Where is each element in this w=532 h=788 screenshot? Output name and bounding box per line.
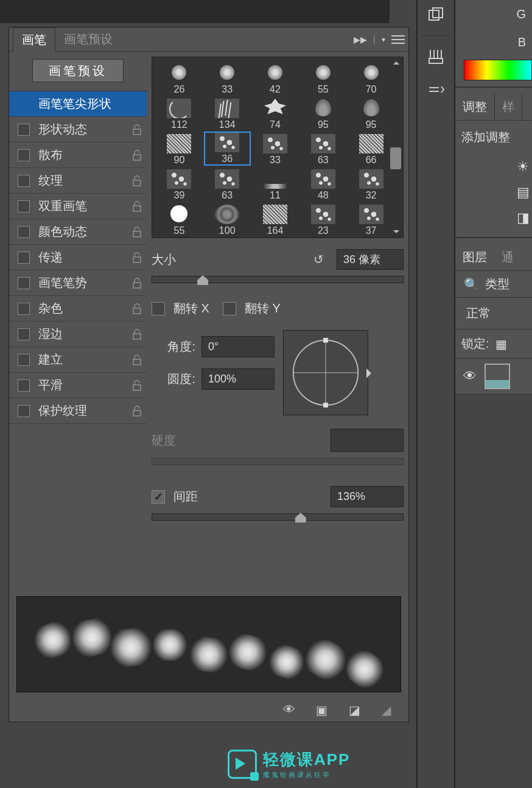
option-checkbox[interactable]	[18, 124, 30, 136]
tab-layers[interactable]: 图层	[455, 244, 494, 270]
scroll-down-icon[interactable]	[391, 228, 402, 235]
brush-cell[interactable]: 90	[156, 132, 203, 166]
option-checkbox[interactable]	[18, 303, 30, 315]
option-checkbox[interactable]	[18, 226, 30, 238]
dock-brushes-icon[interactable]	[418, 42, 454, 71]
spacing-slider[interactable]	[152, 513, 404, 521]
tab-styles[interactable]: 样	[495, 94, 522, 120]
brush-cell[interactable]: 74	[252, 96, 299, 130]
scroll-up-icon[interactable]	[391, 60, 402, 67]
size-slider-handle[interactable]	[197, 275, 208, 285]
brush-cell[interactable]: 42	[252, 61, 299, 95]
option-row[interactable]: 保护纹理	[9, 398, 147, 424]
color-g-row[interactable]: G	[455, 0, 532, 28]
toggle-preview-icon[interactable]: 👁	[283, 703, 299, 716]
playback-icon[interactable]: ▶▶	[354, 35, 367, 44]
option-checkbox[interactable]	[18, 252, 30, 264]
spacing-input[interactable]: 136%	[331, 486, 404, 507]
option-checkbox[interactable]	[18, 354, 30, 366]
flip-y-checkbox[interactable]	[223, 302, 236, 315]
lock-icon[interactable]	[132, 124, 142, 135]
tab-brush[interactable]: 画笔	[13, 27, 55, 52]
spacing-checkbox[interactable]	[152, 490, 165, 504]
option-checkbox[interactable]	[18, 277, 30, 289]
option-checkbox[interactable]	[18, 175, 30, 187]
adjustment-icon[interactable]: ◨	[514, 209, 532, 227]
lock-icon[interactable]	[132, 303, 142, 314]
tab-adjustments[interactable]: 调整	[455, 94, 495, 120]
resize-grip-icon[interactable]: ◢	[382, 703, 397, 716]
size-slider[interactable]	[152, 276, 404, 283]
dropdown-icon[interactable]: ▾	[382, 35, 385, 44]
color-b-row[interactable]: B	[455, 28, 532, 56]
brush-cell[interactable]: 55	[156, 202, 203, 236]
option-checkbox[interactable]	[18, 379, 30, 392]
lock-icon[interactable]	[132, 380, 142, 391]
brush-presets-button[interactable]: 画笔预设	[32, 59, 124, 82]
lock-icon[interactable]	[132, 354, 142, 365]
lock-icon[interactable]	[132, 252, 142, 263]
roundness-input[interactable]: 100%	[201, 368, 275, 390]
brush-cell[interactable]: 95	[299, 96, 346, 130]
lock-pixels-icon[interactable]: ▦	[495, 337, 507, 351]
option-row[interactable]: 纹理	[9, 168, 147, 194]
angle-dial[interactable]	[283, 330, 368, 415]
option-row[interactable]: 传递	[9, 245, 147, 270]
brush-cell[interactable]: 63	[299, 132, 346, 166]
brush-cell[interactable]: 55	[299, 61, 346, 95]
brush-cell[interactable]: 63	[204, 167, 251, 201]
brush-cell[interactable]: 39	[156, 167, 203, 201]
dock-3d-icon[interactable]	[418, 0, 454, 29]
lock-icon[interactable]	[132, 150, 142, 161]
option-row[interactable]: 散布	[9, 142, 147, 168]
brush-cell[interactable]: 95	[348, 96, 394, 130]
panel-menu-icon[interactable]	[391, 35, 405, 44]
option-checkbox[interactable]	[18, 405, 30, 417]
brush-cell[interactable]: 70	[348, 61, 394, 95]
brush-cell[interactable]: 164	[252, 202, 299, 236]
brush-cell[interactable]: 100	[204, 202, 251, 236]
option-checkbox[interactable]	[18, 328, 30, 340]
posterize-icon[interactable]: ▤	[514, 183, 532, 202]
option-checkbox[interactable]	[18, 200, 30, 213]
brush-cell[interactable]: 37	[348, 202, 394, 236]
option-row[interactable]: 平滑	[9, 373, 147, 398]
brightness-icon[interactable]: ☀	[514, 158, 532, 176]
layer-row[interactable]: 👁	[455, 358, 532, 395]
option-row[interactable]: 双重画笔	[9, 194, 147, 219]
layer-filter-row[interactable]: 🔍 类型	[455, 271, 532, 298]
brush-cell[interactable]: 134	[204, 96, 251, 130]
tab-brush-presets[interactable]: 画笔预设	[55, 27, 121, 51]
lock-icon[interactable]	[132, 278, 142, 289]
flip-x-checkbox[interactable]	[152, 302, 165, 315]
option-row[interactable]: 建立	[9, 347, 147, 373]
dock-brush-settings-icon[interactable]	[418, 76, 454, 105]
tab-channels[interactable]: 通	[494, 244, 521, 270]
brush-cell[interactable]: 33	[252, 132, 299, 166]
brush-cell[interactable]: 32	[348, 167, 394, 201]
brush-cell[interactable]: 36	[204, 132, 251, 166]
brush-cell[interactable]: 26	[156, 61, 203, 95]
option-row[interactable]: 颜色动态	[9, 219, 147, 245]
brush-cell[interactable]: 66	[348, 132, 394, 166]
size-input[interactable]: 36 像素	[337, 249, 404, 270]
brush-cell[interactable]: 33	[204, 61, 251, 95]
option-row[interactable]: 形状动态	[9, 117, 147, 142]
new-brush-icon[interactable]: ◪	[349, 703, 365, 716]
option-row[interactable]: 画笔笔尖形状	[9, 91, 147, 117]
lock-icon[interactable]	[132, 201, 142, 212]
lock-icon[interactable]	[132, 175, 142, 186]
lock-icon[interactable]	[132, 329, 142, 340]
reset-size-icon[interactable]: ↺	[313, 252, 328, 267]
color-spectrum[interactable]	[464, 60, 532, 80]
option-row[interactable]: 湿边	[9, 322, 147, 347]
option-checkbox[interactable]	[18, 149, 30, 161]
spacing-slider-handle[interactable]	[295, 513, 306, 522]
blend-mode-select[interactable]: 正常	[455, 298, 532, 329]
angle-input[interactable]: 0°	[201, 336, 275, 357]
brush-cell[interactable]: 48	[299, 167, 346, 201]
new-preset-icon[interactable]: ▣	[316, 703, 332, 716]
visibility-icon[interactable]: 👁	[461, 368, 478, 384]
layer-thumbnail[interactable]	[485, 364, 510, 389]
lock-icon[interactable]	[132, 227, 142, 237]
